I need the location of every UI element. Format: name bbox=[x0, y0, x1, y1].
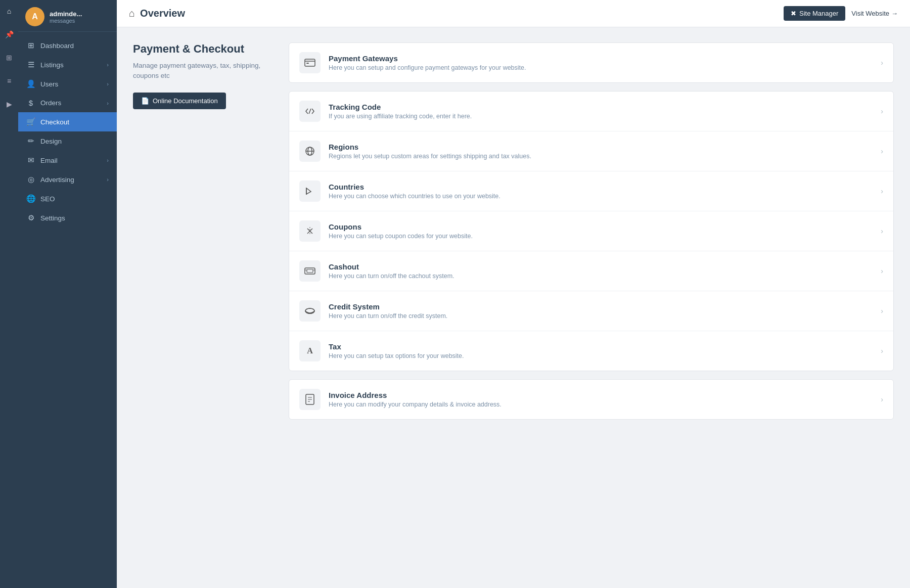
tax-text: Tax Here you can setup tax options for y… bbox=[329, 342, 881, 359]
coupons-title: Coupons bbox=[329, 222, 881, 231]
sidebar-label-checkout: Checkout bbox=[40, 118, 109, 126]
invoice-address-row[interactable]: Invoice Address Here you can modify your… bbox=[289, 380, 893, 419]
sidebar-item-checkout[interactable]: 🛒 Checkout bbox=[18, 112, 117, 131]
invoice-card: Invoice Address Here you can modify your… bbox=[289, 379, 894, 420]
sidebar-item-design[interactable]: ✏ Design bbox=[18, 131, 117, 151]
countries-title: Countries bbox=[329, 183, 881, 191]
payment-gateways-icon bbox=[299, 52, 321, 73]
icon-bar: ⌂ 📌 ⊞ ≡ ▶ bbox=[0, 0, 18, 588]
credit-system-arrow-icon: › bbox=[881, 307, 883, 315]
invoice-address-text: Invoice Address Here you can modify your… bbox=[329, 391, 881, 408]
coupons-arrow-icon: › bbox=[881, 227, 883, 235]
sidebar-item-orders[interactable]: $ Orders › bbox=[18, 94, 117, 112]
coupons-desc: Here you can setup coupon codes for your… bbox=[329, 233, 881, 240]
tracking-code-icon bbox=[299, 101, 321, 122]
cashout-text: Cashout Here you can turn on/off the cac… bbox=[329, 262, 881, 280]
orders-icon: $ bbox=[26, 99, 35, 107]
invoice-address-arrow-icon: › bbox=[881, 395, 883, 403]
sidebar-item-email[interactable]: ✉ Email › bbox=[18, 151, 117, 170]
sidebar-label-design: Design bbox=[40, 138, 109, 145]
svg-line-3 bbox=[309, 109, 311, 114]
sidebar-label-listings: Listings bbox=[40, 61, 102, 69]
dashboard-icon: ⊞ bbox=[26, 41, 35, 50]
invoice-address-title: Invoice Address bbox=[329, 391, 881, 399]
home-icon: ⌂ bbox=[129, 8, 135, 19]
payment-gateways-text: Payment Gateways Here you can setup and … bbox=[329, 54, 881, 71]
icon-bar-list[interactable]: ≡ bbox=[2, 74, 16, 88]
regions-row[interactable]: Regions Regions let you setup custom are… bbox=[289, 131, 893, 171]
advertising-arrow-icon: › bbox=[107, 176, 109, 183]
svg-rect-0 bbox=[305, 59, 315, 66]
sidebar-item-dashboard[interactable]: ⊞ Dashboard bbox=[18, 36, 117, 55]
cashout-icon bbox=[299, 260, 321, 282]
sidebar-item-users[interactable]: 👤 Users › bbox=[18, 74, 117, 94]
right-panel: Payment Gateways Here you can setup and … bbox=[289, 42, 894, 573]
coupons-row[interactable]: Coupons Here you can setup coupon codes … bbox=[289, 211, 893, 251]
payment-gateways-arrow-icon: › bbox=[881, 59, 883, 67]
orders-arrow-icon: › bbox=[107, 100, 109, 106]
email-icon: ✉ bbox=[26, 156, 35, 165]
svg-rect-12 bbox=[305, 268, 315, 274]
coupons-text: Coupons Here you can setup coupon codes … bbox=[329, 222, 881, 240]
cashout-title: Cashout bbox=[329, 262, 881, 271]
online-documentation-button[interactable]: 📄 Online Documentation bbox=[133, 93, 226, 109]
main-area: ⌂ Overview ✖ Site Manager Visit Website … bbox=[117, 0, 910, 588]
svg-rect-2 bbox=[306, 63, 309, 64]
sidebar-label-email: Email bbox=[40, 157, 102, 164]
site-manager-button[interactable]: ✖ Site Manager bbox=[784, 6, 845, 21]
visit-website-button[interactable]: Visit Website → bbox=[851, 10, 898, 17]
sidebar: A adminde... messages ⊞ Dashboard ☰ List… bbox=[18, 0, 117, 588]
icon-bar-pin[interactable]: 📌 bbox=[2, 27, 16, 41]
tracking-code-title: Tracking Code bbox=[329, 103, 881, 111]
countries-text: Countries Here you can choose which coun… bbox=[329, 183, 881, 200]
cashout-row[interactable]: Cashout Here you can turn on/off the cac… bbox=[289, 251, 893, 291]
credit-system-text: Credit System Here you can turn on/off t… bbox=[329, 302, 881, 320]
icon-bar-home[interactable]: ⌂ bbox=[2, 4, 16, 18]
coupons-icon bbox=[299, 220, 321, 242]
regions-arrow-icon: › bbox=[881, 147, 883, 155]
credit-system-icon bbox=[299, 300, 321, 322]
regions-icon bbox=[299, 141, 321, 162]
settings-icon: ⚙ bbox=[26, 213, 35, 222]
users-arrow-icon: › bbox=[107, 81, 109, 87]
tax-title: Tax bbox=[329, 342, 881, 351]
email-arrow-icon: › bbox=[107, 157, 109, 163]
sidebar-item-settings[interactable]: ⚙ Settings bbox=[18, 208, 117, 228]
sidebar-item-listings[interactable]: ☰ Listings › bbox=[18, 55, 117, 74]
seo-icon: 🌐 bbox=[26, 194, 35, 203]
credit-system-row[interactable]: Credit System Here you can turn on/off t… bbox=[289, 291, 893, 331]
icon-bar-grid[interactable]: ⊞ bbox=[2, 51, 16, 65]
countries-icon bbox=[299, 180, 321, 202]
countries-row[interactable]: Countries Here you can choose which coun… bbox=[289, 171, 893, 211]
tracking-code-arrow-icon: › bbox=[881, 107, 883, 115]
credit-system-desc: Here you can turn on/off the credit syst… bbox=[329, 312, 881, 320]
sidebar-item-advertising[interactable]: ◎ Advertising › bbox=[18, 170, 117, 189]
section-title: Payment & Checkout bbox=[133, 42, 275, 56]
countries-arrow-icon: › bbox=[881, 187, 883, 195]
sidebar-label-advertising: Advertising bbox=[40, 176, 102, 184]
payment-gateways-row[interactable]: Payment Gateways Here you can setup and … bbox=[289, 43, 893, 82]
icon-bar-play[interactable]: ▶ bbox=[2, 97, 16, 111]
sidebar-item-seo[interactable]: 🌐 SEO bbox=[18, 189, 117, 208]
sidebar-user-sub: messages bbox=[50, 18, 82, 24]
tax-icon: A bbox=[299, 340, 321, 361]
site-manager-x-icon: ✖ bbox=[791, 10, 796, 17]
sidebar-label-users: Users bbox=[40, 80, 102, 88]
listings-icon: ☰ bbox=[26, 60, 35, 69]
tax-arrow-icon: › bbox=[881, 347, 883, 355]
invoice-address-desc: Here you can modify your company details… bbox=[329, 401, 881, 408]
top-header: ⌂ Overview ✖ Site Manager Visit Website … bbox=[117, 0, 910, 27]
cashout-arrow-icon: › bbox=[881, 267, 883, 275]
payment-gateways-desc: Here you can setup and configure payment… bbox=[329, 64, 881, 71]
regions-desc: Regions let you setup custom areas for s… bbox=[329, 153, 881, 160]
sidebar-header: A adminde... messages bbox=[18, 0, 117, 32]
sidebar-username: adminde... bbox=[50, 10, 82, 18]
tracking-code-row[interactable]: Tracking Code If you are using affiliate… bbox=[289, 92, 893, 131]
listings-arrow-icon: › bbox=[107, 62, 109, 68]
checkout-icon: 🛒 bbox=[26, 117, 35, 126]
tax-row[interactable]: A Tax Here you can setup tax options for… bbox=[289, 331, 893, 371]
sidebar-label-seo: SEO bbox=[40, 195, 109, 203]
arrow-right-icon: → bbox=[891, 10, 898, 17]
svg-marker-7 bbox=[306, 188, 311, 194]
section-description: Manage payment gateways, tax, shipping, … bbox=[133, 61, 275, 81]
